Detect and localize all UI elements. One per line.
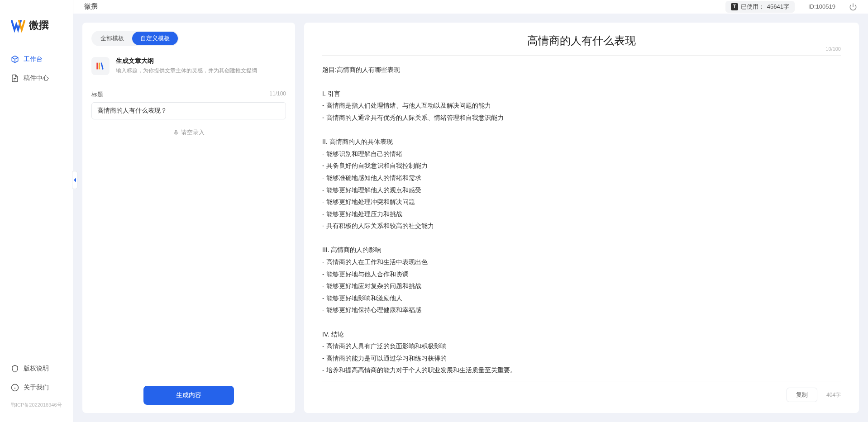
chevron-left-icon <box>73 177 76 183</box>
logo[interactable]: 微撰 <box>0 9 73 51</box>
output-header: 高情商的人有什么表现 10/100 <box>322 33 841 56</box>
nav-menu: 工作台 稿件中心 <box>0 51 73 360</box>
nav-label: 稿件中心 <box>24 74 49 82</box>
info-icon <box>11 384 19 392</box>
tab-custom-templates[interactable]: 自定义模板 <box>132 32 178 45</box>
nav-label: 工作台 <box>24 55 43 63</box>
template-icon <box>91 57 110 75</box>
nav-copyright[interactable]: 版权说明 <box>0 360 73 377</box>
left-panel: 全部模板 自定义模板 生成文章大纲 输入标题，为你提供文章主体的灵感，并为其创建… <box>82 23 295 413</box>
shield-icon <box>11 365 19 373</box>
voice-input-button[interactable]: 请空录入 <box>91 128 286 137</box>
template-title: 生成文章大纲 <box>116 57 257 65</box>
generate-button[interactable]: 生成内容 <box>143 386 234 405</box>
svg-rect-4 <box>175 130 177 133</box>
template-desc: 输入标题，为你提供文章主体的灵感，并为其创建推文提纲 <box>116 67 257 75</box>
nav-workbench[interactable]: 工作台 <box>0 51 73 68</box>
icp-text: 鄂ICP备2022016946号 <box>0 398 73 408</box>
usage-value: 45641字 <box>767 3 789 11</box>
nav-bottom: 版权说明 关于我们 鄂ICP备2022016946号 <box>0 360 73 413</box>
output-top-count: 10/100 <box>825 46 841 52</box>
mic-icon <box>173 129 179 136</box>
t-icon: T <box>731 3 738 10</box>
title-input[interactable] <box>91 102 286 119</box>
template-info: 生成文章大纲 输入标题，为你提供文章主体的灵感，并为其创建推文提纲 <box>116 57 257 75</box>
topbar: 微撰 T 已使用： 45641字 ID:100519 <box>73 0 868 14</box>
content: 全部模板 自定义模板 生成文章大纲 输入标题，为你提供文章主体的灵感，并为其创建… <box>73 14 868 422</box>
document-icon <box>11 74 19 82</box>
app-name: 微撰 <box>84 2 98 11</box>
usage-prefix: 已使用： <box>741 3 764 11</box>
title-label-row: 标题 11/100 <box>91 90 286 99</box>
nav-about[interactable]: 关于我们 <box>0 379 73 396</box>
sidebar: 微撰 工作台 稿件中心 版权说明 <box>0 0 73 422</box>
logo-text: 微撰 <box>29 19 49 32</box>
copy-button[interactable]: 复制 <box>787 388 817 402</box>
main: 微撰 T 已使用： 45641字 ID:100519 全部模板 自定义模板 <box>73 0 868 422</box>
tab-all-templates[interactable]: 全部模板 <box>92 32 132 45</box>
template-card: 生成文章大纲 输入标题，为你提供文章主体的灵感，并为其创建推文提纲 <box>91 57 286 75</box>
nav-label: 关于我们 <box>24 384 49 392</box>
nav-label: 版权说明 <box>24 365 49 373</box>
word-count: 404字 <box>826 391 841 399</box>
voice-label: 请空录入 <box>181 128 205 137</box>
nav-drafts[interactable]: 稿件中心 <box>0 70 73 87</box>
right-panel: 高情商的人有什么表现 10/100 题目:高情商的人有哪些表现 I. 引言 - … <box>304 23 859 413</box>
sidebar-collapse-button[interactable] <box>72 171 77 189</box>
title-char-count: 11/100 <box>269 90 286 99</box>
usage-badge[interactable]: T 已使用： 45641字 <box>725 1 795 13</box>
topbar-right: T 已使用： 45641字 ID:100519 <box>725 1 857 13</box>
output-title: 高情商的人有什么表现 <box>322 33 841 48</box>
logo-icon <box>11 18 25 33</box>
user-id: ID:100519 <box>808 3 835 10</box>
output-footer: 复制 404字 <box>322 381 841 402</box>
cube-icon <box>11 55 19 63</box>
template-tabs: 全部模板 自定义模板 <box>91 31 179 46</box>
title-label: 标题 <box>91 90 103 99</box>
output-body: 题目:高情商的人有哪些表现 I. 引言 - 高情商是指人们处理情绪、与他人互动以… <box>322 64 841 376</box>
power-icon[interactable] <box>849 3 857 11</box>
